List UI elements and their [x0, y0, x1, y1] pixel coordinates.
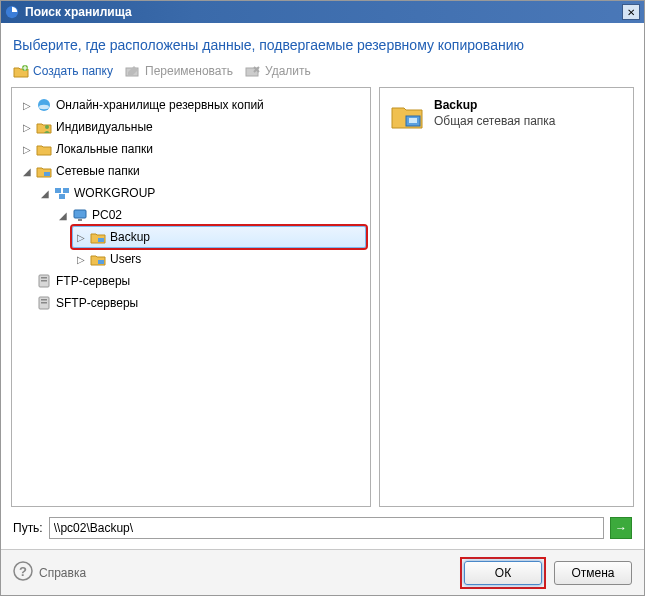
app-icon [5, 5, 19, 19]
cancel-button[interactable]: Отмена [554, 561, 632, 585]
footer: ? Справка ОК Отмена [1, 549, 644, 595]
help-icon: ? [13, 561, 33, 584]
tree-item-sftp[interactable]: SFTP-серверы [18, 292, 366, 314]
ok-button[interactable]: ОК [464, 561, 542, 585]
tree-label: FTP-серверы [56, 274, 130, 288]
svg-rect-7 [44, 172, 50, 176]
tree-item-workgroup[interactable]: ◢ WORKGROUP [36, 182, 366, 204]
tree-panel: ▷ Онлайн-хранилище резервных копий ▷ Инд… [11, 87, 371, 507]
tree-label: Сетевые папки [56, 164, 140, 178]
delete-label: Удалить [265, 64, 311, 78]
shared-folder-icon [90, 229, 106, 245]
expander-expanded-icon[interactable]: ◢ [22, 166, 32, 176]
tree-label: Локальные папки [56, 142, 153, 156]
expander-expanded-icon[interactable]: ◢ [58, 210, 68, 220]
svg-point-5 [39, 105, 49, 109]
help-link[interactable]: ? Справка [13, 561, 86, 584]
detail-title: Backup [434, 98, 556, 112]
arrow-right-icon: → [615, 521, 627, 535]
shared-folder-icon [90, 251, 106, 267]
tree-label: WORKGROUP [74, 186, 155, 200]
svg-rect-13 [98, 238, 104, 242]
tree-item-users[interactable]: ▷ Users [72, 248, 366, 270]
svg-rect-14 [98, 260, 104, 264]
tree-label: SFTP-серверы [56, 296, 138, 310]
svg-rect-12 [78, 219, 82, 221]
cloud-icon [36, 97, 52, 113]
expander-collapsed-icon[interactable]: ▷ [76, 232, 86, 242]
toolbar: Создать папку Переименовать Удалить [11, 63, 634, 87]
titlebar: Поиск хранилища ✕ [1, 1, 644, 23]
tree-item-individual[interactable]: ▷ Индивидуальные [18, 116, 366, 138]
expander-collapsed-icon[interactable]: ▷ [22, 100, 32, 110]
server-icon [36, 295, 52, 311]
tree-label: Онлайн-хранилище резервных копий [56, 98, 264, 112]
svg-rect-22 [409, 118, 417, 123]
svg-rect-16 [41, 277, 47, 279]
create-folder-button[interactable]: Создать папку [13, 63, 113, 79]
path-row: Путь: → [11, 507, 634, 549]
expander-collapsed-icon[interactable]: ▷ [22, 144, 32, 154]
tree-label: Индивидуальные [56, 120, 153, 134]
workgroup-icon [54, 185, 70, 201]
tree-label: PC02 [92, 208, 122, 222]
window-title: Поиск хранилища [25, 5, 622, 19]
expander-collapsed-icon[interactable]: ▷ [76, 254, 86, 264]
page-header: Выберите, где расположены данные, подвер… [11, 31, 634, 63]
new-folder-icon [13, 63, 29, 79]
create-folder-label: Создать папку [33, 64, 113, 78]
svg-rect-9 [63, 188, 69, 193]
path-label: Путь: [13, 521, 43, 535]
rename-button: Переименовать [125, 63, 233, 79]
detail-panel: Backup Общая сетевая папка [379, 87, 634, 507]
delete-icon [245, 63, 261, 79]
detail-item[interactable]: Backup Общая сетевая папка [390, 98, 623, 132]
expander-expanded-icon[interactable]: ◢ [40, 188, 50, 198]
rename-icon [125, 63, 141, 79]
network-folder-icon [36, 163, 52, 179]
network-share-icon [390, 98, 424, 132]
svg-rect-8 [55, 188, 61, 193]
svg-point-6 [45, 125, 49, 129]
svg-rect-10 [59, 194, 65, 199]
tree-item-online-storage[interactable]: ▷ Онлайн-хранилище резервных копий [18, 94, 366, 116]
close-button[interactable]: ✕ [622, 4, 640, 20]
delete-button: Удалить [245, 63, 311, 79]
folder-icon [36, 141, 52, 157]
svg-rect-11 [74, 210, 86, 218]
svg-rect-19 [41, 299, 47, 301]
folder-person-icon [36, 119, 52, 135]
tree-item-network-folders[interactable]: ◢ Сетевые папки [18, 160, 366, 182]
svg-rect-20 [41, 302, 47, 304]
tree-label: Backup [110, 230, 150, 244]
expander-collapsed-icon[interactable]: ▷ [22, 122, 32, 132]
path-input[interactable] [49, 517, 604, 539]
tree-item-local-folders[interactable]: ▷ Локальные папки [18, 138, 366, 160]
computer-icon [72, 207, 88, 223]
svg-rect-17 [41, 280, 47, 282]
detail-subtitle: Общая сетевая папка [434, 114, 556, 128]
server-icon [36, 273, 52, 289]
help-label: Справка [39, 566, 86, 580]
svg-text:?: ? [19, 564, 27, 579]
tree-item-pc02[interactable]: ◢ PC02 [54, 204, 366, 226]
ok-highlight: ОК [460, 557, 546, 589]
rename-label: Переименовать [145, 64, 233, 78]
tree-label: Users [110, 252, 141, 266]
go-button[interactable]: → [610, 517, 632, 539]
tree-item-ftp[interactable]: FTP-серверы [18, 270, 366, 292]
tree-item-backup[interactable]: ▷ Backup [72, 226, 366, 248]
